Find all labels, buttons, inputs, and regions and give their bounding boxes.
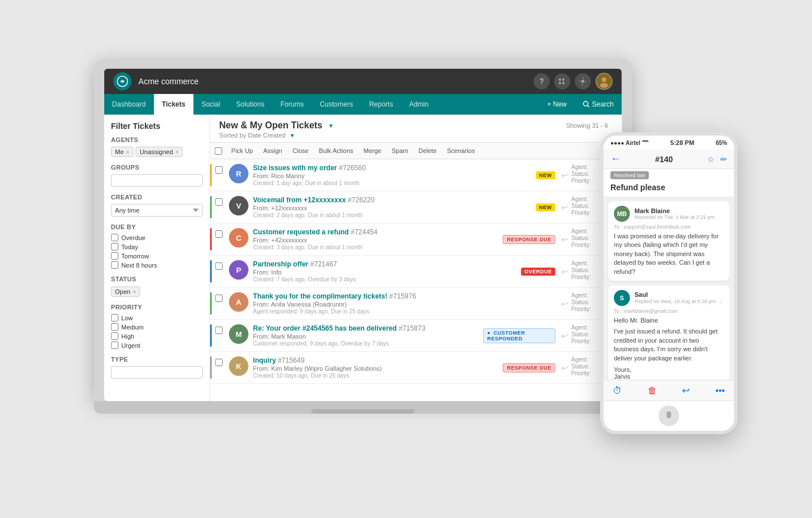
filter-sidebar-title: Filter Tickets xyxy=(111,121,203,131)
ticket-meta: Created: 7 days ago, Overdue by 3 days xyxy=(253,276,483,282)
nav-right: + New Search xyxy=(539,94,621,115)
reply-icon[interactable]: ↩ xyxy=(682,385,689,396)
nav-tickets[interactable]: Tickets xyxy=(154,94,194,115)
ticket-avatar: V xyxy=(229,196,249,215)
ticket-from: From: Rico Manny xyxy=(253,172,483,179)
overdue-checkbox[interactable] xyxy=(111,234,119,241)
assign-button[interactable]: Assign xyxy=(259,146,287,156)
msg-date: Replied on Wed, 10 Aug at 5:28 pm xyxy=(634,299,716,304)
priority-bar xyxy=(210,196,212,218)
nav-solutions[interactable]: Solutions xyxy=(228,94,272,115)
reply-icon: ↩ xyxy=(558,164,571,186)
status-tag-remove[interactable]: × xyxy=(133,289,136,295)
ticket-checkbox[interactable] xyxy=(215,327,223,334)
ticket-main-title: New & My Open Tickets xyxy=(219,120,322,131)
ticket-title-row: New & My Open Tickets ▼ Showing 31 - 6 xyxy=(219,120,613,131)
me-tag[interactable]: Me × xyxy=(111,147,133,157)
bulk-actions-button[interactable]: Bulk Actions xyxy=(314,146,358,156)
more-icon[interactable]: ••• xyxy=(715,385,725,395)
close-button[interactable]: Close xyxy=(288,146,313,156)
star-icon[interactable]: ☆ xyxy=(707,154,715,163)
today-checkbox[interactable] xyxy=(111,243,119,250)
ticket-checkbox[interactable] xyxy=(215,359,223,366)
table-row[interactable]: C Customer requested a refund #724454 Fr… xyxy=(210,223,622,256)
unassigned-tag-remove[interactable]: × xyxy=(175,149,179,155)
delete-icon[interactable]: 🗑 xyxy=(648,385,657,395)
status-tag[interactable]: Open × xyxy=(111,287,140,297)
settings-icon-btn[interactable] xyxy=(575,73,591,89)
nav-dashboard[interactable]: Dashboard xyxy=(104,94,154,115)
sort-dropdown-arrow[interactable]: ▼ xyxy=(289,132,295,139)
table-row[interactable]: V Voicemail from +12xxxxxxxx #726220 Fro… xyxy=(210,191,622,223)
ticket-checkbox[interactable] xyxy=(215,262,223,270)
ticket-badge-area: ● CUSTOMER RESPONDED xyxy=(483,324,558,347)
user-avatar[interactable] xyxy=(596,73,613,90)
spam-button[interactable]: Spam xyxy=(387,146,413,156)
new-button[interactable]: + New xyxy=(539,94,574,115)
msg-header: MB Mark Blaine Reported on Tue, 1 Mar at… xyxy=(614,206,724,222)
title-dropdown-arrow[interactable]: ▼ xyxy=(328,123,334,129)
back-button[interactable]: ← xyxy=(610,153,621,165)
table-row[interactable]: A Thank you for the complimentary ticket… xyxy=(210,288,622,320)
scenarios-button[interactable]: Scenarios xyxy=(443,146,480,156)
merge-button[interactable]: Merge xyxy=(359,146,386,156)
dueby-label: Due by xyxy=(111,223,203,230)
tools-icon-btn[interactable] xyxy=(554,73,570,89)
timer-icon[interactable]: ⏱ xyxy=(613,385,622,395)
ticket-from: From: Kim Marley (Wipro Gallagher Soluti… xyxy=(253,365,483,372)
groups-label: Groups xyxy=(111,164,203,171)
urgent-checkbox[interactable] xyxy=(111,342,119,349)
next8-checkbox[interactable] xyxy=(111,261,119,269)
nav-reports[interactable]: Reports xyxy=(361,94,401,115)
table-row[interactable]: R Size issues with my order #726560 From… xyxy=(210,159,622,191)
laptop-screen: Acme commerce ? xyxy=(104,69,622,401)
table-row[interactable]: M Re: Your order #2454565 has been deliv… xyxy=(210,320,622,352)
type-input[interactable] xyxy=(111,366,203,379)
created-select[interactable]: Any time xyxy=(111,204,203,217)
search-button[interactable]: Search xyxy=(575,94,622,115)
agents-tags: Me × Unassigned × xyxy=(111,147,203,157)
phone-message: MB Mark Blaine Reported on Tue, 1 Mar at… xyxy=(608,201,730,281)
ticket-info: Inquiry #715649 From: Kim Marley (Wipro … xyxy=(253,356,483,379)
groups-filter: Groups xyxy=(111,164,203,187)
table-row[interactable]: K Inquiry #715649 From: Kim Marley (Wipr… xyxy=(210,352,622,384)
priority-bar xyxy=(210,324,212,347)
priority-bar xyxy=(210,292,212,315)
select-all-checkbox[interactable] xyxy=(215,147,222,155)
help-icon-btn[interactable]: ? xyxy=(534,73,550,89)
low-checkbox[interactable] xyxy=(111,314,119,321)
msg-sender: Saul xyxy=(634,291,724,298)
nav-customers[interactable]: Customers xyxy=(312,94,361,115)
ticket-subject: Voicemail from +12xxxxxxxx #726220 xyxy=(253,196,483,204)
priority-bar xyxy=(210,228,212,250)
delete-button[interactable]: Delete xyxy=(414,146,442,156)
next8-checkbox-row: Next 8 hours xyxy=(111,261,203,269)
ticket-area: New & My Open Tickets ▼ Showing 31 - 6 S… xyxy=(210,115,622,401)
compose-button[interactable] xyxy=(659,406,679,426)
groups-input[interactable] xyxy=(111,174,203,187)
nav-forums[interactable]: Forums xyxy=(273,94,312,115)
header-icons: ? xyxy=(534,73,613,90)
high-checkbox[interactable] xyxy=(111,332,119,340)
table-row[interactable]: P Partnership offer #721467 From: Info C… xyxy=(210,256,622,288)
pickup-button[interactable]: Pick Up xyxy=(227,146,258,156)
nav-social[interactable]: Social xyxy=(194,94,228,115)
ticket-checkbox[interactable] xyxy=(215,295,223,302)
status-badge: ● CUSTOMER RESPONDED xyxy=(483,328,555,343)
nav-admin[interactable]: Admin xyxy=(401,94,436,115)
priority-filter: Priority Low Medium High xyxy=(111,304,203,349)
type-label: Type xyxy=(111,356,203,363)
ticket-checkbox[interactable] xyxy=(215,198,223,206)
tomorrow-checkbox[interactable] xyxy=(111,252,119,260)
ticket-checkbox[interactable] xyxy=(215,166,223,174)
ticket-info: Partnership offer #721467 From: Info Cre… xyxy=(253,260,483,282)
reply-icon: ↩ xyxy=(558,260,571,282)
ticket-checkbox[interactable] xyxy=(215,230,223,238)
reply-icon: ↩ xyxy=(558,228,571,250)
priority-bar xyxy=(210,164,212,186)
ticket-info: Re: Your order #2454565 has been deliver… xyxy=(253,324,483,347)
edit-icon[interactable]: ✏ xyxy=(720,154,727,163)
unassigned-tag[interactable]: Unassigned × xyxy=(136,147,183,157)
medium-checkbox[interactable] xyxy=(111,323,119,331)
me-tag-remove[interactable]: × xyxy=(126,149,129,155)
